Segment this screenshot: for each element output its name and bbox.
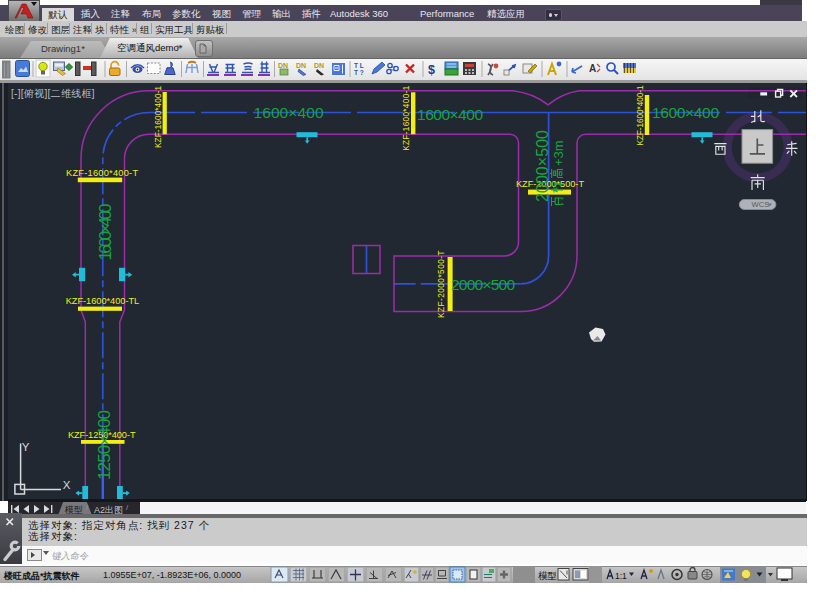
svg-text:1600×400: 1600×400 (652, 104, 719, 121)
svg-text:Y: Y (22, 441, 30, 453)
svg-text:1600×400: 1600×400 (96, 204, 115, 261)
svg-text:KZF-1600*400-TL: KZF-1600*400-TL (66, 296, 140, 306)
svg-text:[-][俯视][二维线框]: [-][俯视][二维线框] (11, 88, 95, 99)
svg-text:+3m: +3m (551, 140, 566, 166)
svg-text:KZF-1600*400-1: KZF-1600*400-1 (154, 86, 163, 148)
svg-text:KZF-2000*500-T: KZF-2000*500-T (437, 251, 446, 319)
svg-text:1600×400: 1600×400 (254, 104, 324, 121)
svg-text:1:1: 1:1 (615, 571, 627, 581)
svg-text:1600×400: 1600×400 (417, 106, 483, 123)
svg-text:2000×500: 2000×500 (451, 276, 515, 293)
svg-text:WCS: WCS (752, 200, 770, 209)
svg-text:KZF-1600*400-T: KZF-1600*400-T (66, 168, 138, 178)
svg-text:2000×500: 2000×500 (534, 130, 551, 202)
svg-text:模型: 模型 (538, 570, 557, 581)
svg-text:1250×400: 1250×400 (95, 410, 114, 480)
svg-text:X: X (63, 479, 71, 491)
svg-text:KZF-1600*400-1: KZF-1600*400-1 (402, 85, 411, 150)
svg-text:KZF-1600*400-1: KZF-1600*400-1 (636, 85, 645, 145)
